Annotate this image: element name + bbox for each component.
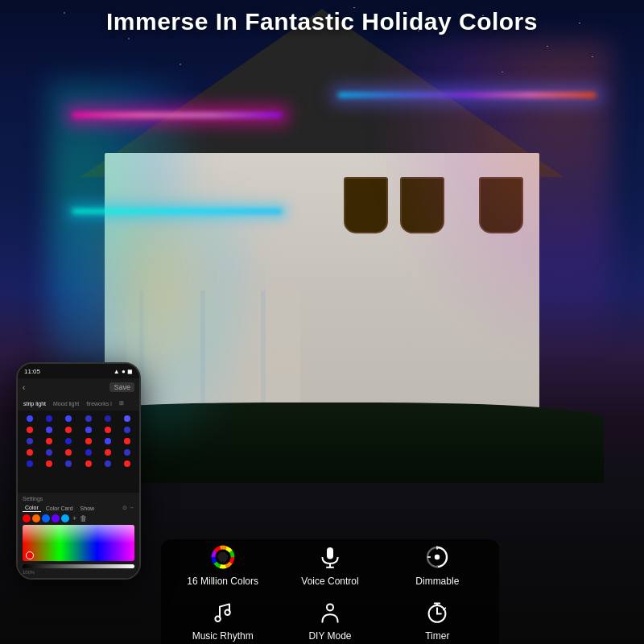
timer-icon bbox=[422, 597, 452, 627]
features-bar: 16 Million Colors Voice Control bbox=[161, 539, 499, 644]
phone-status-bar: 11:05 ▲ ● ◼ bbox=[18, 364, 139, 378]
svg-point-14 bbox=[225, 610, 229, 615]
color-swatches: + 🗑 bbox=[23, 514, 134, 522]
svg-point-6 bbox=[217, 552, 228, 563]
feature-timer: Timer bbox=[393, 597, 481, 642]
colors-label: 16 Million Colors bbox=[187, 576, 258, 587]
feature-colors: 16 Million Colors bbox=[179, 542, 267, 587]
show-option[interactable]: Show bbox=[78, 505, 97, 512]
music-icon bbox=[208, 597, 238, 627]
feature-dimmable: Dimmable bbox=[393, 542, 481, 587]
voice-icon bbox=[315, 542, 345, 572]
delete-swatch-button[interactable]: 🗑 bbox=[80, 514, 87, 522]
phone-save-button[interactable]: Save bbox=[109, 382, 134, 392]
features-row-1: 16 Million Colors Voice Control bbox=[161, 537, 499, 592]
phone-tabs: strip light Mood light fireworks l ⊞ bbox=[18, 396, 139, 411]
tab-mood-light[interactable]: Mood light bbox=[51, 400, 81, 407]
voice-label: Voice Control bbox=[301, 576, 358, 587]
phone-indicators: ▲ ● ◼ bbox=[114, 368, 133, 375]
phone-dot-grid bbox=[18, 411, 139, 493]
tab-strip-light[interactable]: strip light bbox=[21, 400, 48, 407]
timer-label: Timer bbox=[425, 630, 449, 642]
feature-music: Music Rhythm bbox=[179, 597, 267, 642]
music-label: Music Rhythm bbox=[192, 630, 254, 642]
tab-grid[interactable]: ⊞ bbox=[117, 399, 126, 407]
color-picker[interactable] bbox=[23, 525, 134, 561]
swatch-purple[interactable] bbox=[52, 514, 60, 522]
phone-screen: 11:05 ▲ ● ◼ ‹ Save strip light Mood ligh… bbox=[18, 364, 139, 578]
feature-diy: DIY Mode bbox=[286, 597, 374, 642]
features-row-2: Music Rhythm DIY Mode bbox=[161, 592, 499, 644]
page-title: Immerse In Fantastic Holiday Colors bbox=[0, 8, 644, 35]
dimmable-icon bbox=[422, 542, 452, 572]
color-card-option[interactable]: Color Card bbox=[43, 505, 76, 512]
dimmable-label: Dimmable bbox=[415, 576, 459, 587]
colors-icon bbox=[208, 542, 238, 572]
brightness-slider[interactable] bbox=[23, 564, 134, 568]
feature-voice: Voice Control bbox=[286, 542, 374, 587]
swatch-orange[interactable] bbox=[32, 514, 40, 522]
swatch-blue[interactable] bbox=[42, 514, 50, 522]
svg-point-10 bbox=[435, 555, 440, 559]
svg-point-15 bbox=[327, 604, 333, 610]
tab-fireworks[interactable]: fireworks l bbox=[84, 400, 114, 407]
svg-point-13 bbox=[215, 617, 220, 621]
color-options-row: Color Color Card Show ⊙ → bbox=[23, 504, 134, 512]
add-swatch-button[interactable]: + bbox=[72, 514, 76, 522]
color-option[interactable]: Color bbox=[23, 504, 41, 512]
settings-label: Settings bbox=[23, 496, 134, 502]
diy-label: DIY Mode bbox=[308, 630, 351, 642]
phone-mockup: 11:05 ▲ ● ◼ ‹ Save strip light Mood ligh… bbox=[16, 362, 141, 580]
phone-back-button[interactable]: ‹ bbox=[23, 383, 25, 392]
phone-nav-bar: ‹ Save bbox=[18, 378, 139, 396]
phone-settings-panel: Settings Color Color Card Show ⊙ → + 🗑 1… bbox=[18, 493, 139, 578]
svg-rect-7 bbox=[327, 547, 333, 559]
brightness-label: 100% bbox=[23, 570, 134, 575]
diy-icon bbox=[315, 597, 345, 627]
phone-time: 11:05 bbox=[24, 368, 40, 375]
swatch-cyan[interactable] bbox=[61, 514, 69, 522]
swatch-red[interactable] bbox=[23, 514, 31, 522]
